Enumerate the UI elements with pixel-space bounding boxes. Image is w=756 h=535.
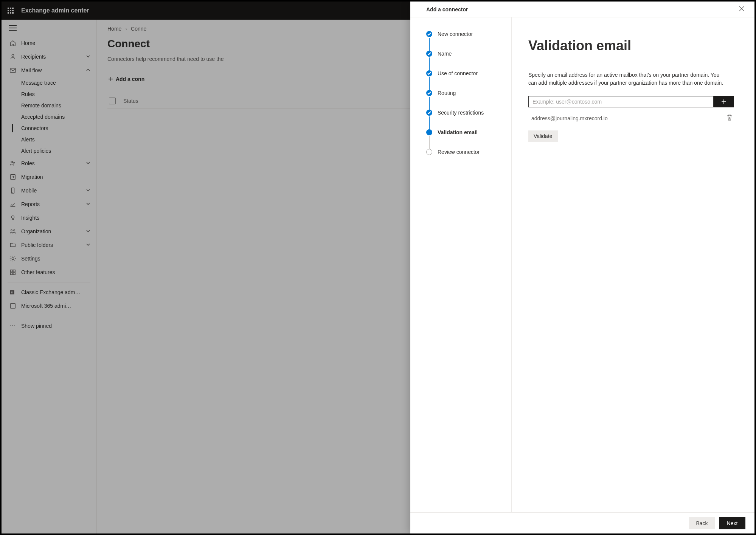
step-security-restrictions[interactable]: Security restrictions <box>426 110 504 129</box>
app-title: Exchange admin center <box>21 7 89 14</box>
sidebar-sublabel: Rules <box>21 91 35 97</box>
grid-icon <box>9 268 17 276</box>
sidebar-label: Microsoft 365 admi… <box>21 303 92 309</box>
plus-icon <box>721 99 727 105</box>
chevron-right-icon: › <box>125 26 127 32</box>
sidebar-item-message-trace[interactable]: Message trace <box>2 77 96 88</box>
breadcrumb-home[interactable]: Home <box>107 26 121 32</box>
step-label: Validation email <box>438 129 478 135</box>
wizard-steps: New connector Name Use of connector Rout… <box>410 17 512 512</box>
sidebar-label: Home <box>21 40 92 46</box>
sidebar-item-organization[interactable]: Organization <box>2 225 96 238</box>
email-chip: address@journaling.mxrecord.io <box>531 115 725 121</box>
sidebar: Home Recipients Mail flow <box>2 20 97 533</box>
sidebar-sublabel: Connectors <box>21 125 48 131</box>
modal-title: Add a connector <box>426 6 736 12</box>
chevron-down-icon <box>86 188 92 194</box>
svg-rect-11 <box>13 270 15 272</box>
person-icon <box>9 53 17 60</box>
sidebar-item-show-pinned[interactable]: ··· Show pinned <box>2 319 96 333</box>
step-use-of-connector[interactable]: Use of connector <box>426 70 504 90</box>
svg-text:E: E <box>11 291 13 294</box>
close-icon <box>739 6 745 12</box>
next-button[interactable]: Next <box>719 517 745 529</box>
sidebar-label: Recipients <box>21 54 86 60</box>
sidebar-label: Settings <box>21 256 92 262</box>
sidebar-item-insights[interactable]: Insights <box>2 211 96 225</box>
sidebar-label: Mail flow <box>21 67 86 73</box>
select-all-checkbox[interactable] <box>109 98 116 104</box>
sidebar-label: Mobile <box>21 188 86 194</box>
sidebar-item-alerts[interactable]: Alerts <box>2 134 96 145</box>
step-validation-email[interactable]: Validation email <box>426 129 504 149</box>
page-description: Connectors help recommend that need to u… <box>107 55 372 63</box>
sidebar-item-roles[interactable]: Roles <box>2 157 96 170</box>
svg-point-8 <box>14 230 15 231</box>
add-email-button[interactable] <box>714 96 734 107</box>
step-label: Name <box>438 51 452 57</box>
back-button[interactable]: Back <box>689 517 715 529</box>
add-connector-label: Add a conn <box>116 76 144 82</box>
validation-email-input[interactable] <box>528 96 714 107</box>
sidebar-item-reports[interactable]: Reports <box>2 197 96 211</box>
svg-rect-1 <box>10 68 16 73</box>
svg-point-7 <box>11 230 12 231</box>
add-connector-button[interactable]: Add a conn <box>107 74 145 84</box>
step-review-connector[interactable]: Review connector <box>426 149 504 155</box>
trash-icon <box>727 114 733 121</box>
nav-toggle-button[interactable] <box>9 25 17 31</box>
check-icon <box>426 51 432 57</box>
breadcrumb-current: Conne <box>131 26 146 32</box>
chevron-down-icon <box>86 242 92 248</box>
sidebar-item-recipients[interactable]: Recipients <box>2 50 96 64</box>
sidebar-item-alert-policies[interactable]: Alert policies <box>2 145 96 157</box>
content-heading: Validation email <box>528 38 734 54</box>
column-status[interactable]: Status <box>123 98 138 104</box>
sidebar-item-public-folders[interactable]: Public folders <box>2 238 96 252</box>
step-new-connector[interactable]: New connector <box>426 31 504 51</box>
migration-icon <box>9 173 17 181</box>
sidebar-label: Classic Exchange adm… <box>21 289 92 295</box>
sidebar-item-accepted-domains[interactable]: Accepted domains <box>2 111 96 123</box>
sidebar-item-migration[interactable]: Migration <box>2 170 96 184</box>
check-icon <box>426 110 432 116</box>
chevron-down-icon <box>86 201 92 207</box>
step-label: Routing <box>438 90 456 96</box>
sidebar-item-mailflow[interactable]: Mail flow <box>2 64 96 77</box>
sidebar-item-mobile[interactable]: Mobile <box>2 184 96 197</box>
validate-button[interactable]: Validate <box>528 130 558 142</box>
sidebar-item-classic-exchange[interactable]: E Classic Exchange adm… <box>2 285 96 299</box>
step-name[interactable]: Name <box>426 51 504 70</box>
current-step-icon <box>426 129 432 135</box>
close-button[interactable] <box>736 3 747 15</box>
svg-point-3 <box>13 162 15 163</box>
svg-point-0 <box>12 54 14 56</box>
sidebar-item-m365-admin[interactable]: Microsoft 365 admi… <box>2 299 96 313</box>
sidebar-item-other-features[interactable]: Other features <box>2 265 96 279</box>
step-label: Use of connector <box>438 70 478 76</box>
divider <box>8 316 90 316</box>
sidebar-item-home[interactable]: Home <box>2 36 96 50</box>
sidebar-item-remote-domains[interactable]: Remote domains <box>2 100 96 111</box>
sidebar-item-connectors[interactable]: Connectors <box>2 123 96 134</box>
sidebar-label: Organization <box>21 228 86 234</box>
step-routing[interactable]: Routing <box>426 90 504 110</box>
content-description: Specify an email address for an active m… <box>528 71 725 87</box>
home-icon <box>9 39 17 47</box>
delete-email-button[interactable] <box>725 113 734 124</box>
sidebar-item-settings[interactable]: Settings <box>2 252 96 265</box>
folders-icon <box>9 241 17 249</box>
waffle-icon <box>8 8 14 14</box>
sidebar-sublabel: Alerts <box>21 136 35 143</box>
sidebar-item-rules[interactable]: Rules <box>2 88 96 100</box>
plus-icon <box>108 76 113 82</box>
check-icon <box>426 70 432 76</box>
exchange-icon: E <box>9 288 17 296</box>
svg-point-6 <box>11 216 14 219</box>
mail-icon <box>9 67 17 74</box>
svg-rect-10 <box>11 270 12 272</box>
roles-icon <box>9 160 17 167</box>
m365-icon <box>9 302 17 310</box>
app-launcher-button[interactable] <box>2 2 20 20</box>
step-label: New connector <box>438 31 473 37</box>
